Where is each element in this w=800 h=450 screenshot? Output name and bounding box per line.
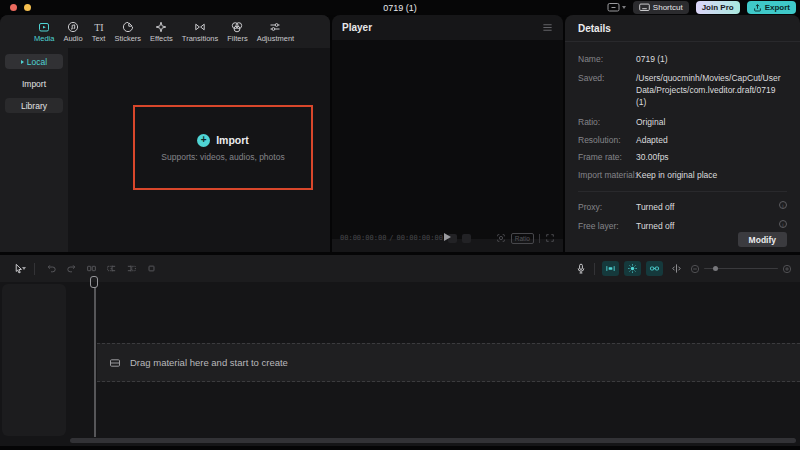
details-row-proxy: Proxy: Turned off i xyxy=(578,201,787,213)
timecode: 00:00:00:00 / 00:00:00:00 xyxy=(340,234,443,242)
upload-icon xyxy=(753,3,762,13)
tab-adjustment[interactable]: Adjustment xyxy=(257,21,295,43)
zoom-out-icon[interactable] xyxy=(690,264,700,274)
tab-stickers[interactable]: Stickers xyxy=(114,21,141,43)
player-menu-icon[interactable] xyxy=(542,22,553,33)
linking-button[interactable] xyxy=(646,261,663,276)
tab-transitions[interactable]: Transitions xyxy=(182,21,218,43)
details-row-free-layer: Free layer: Turned off i xyxy=(578,220,787,232)
expand-triangle-icon xyxy=(21,60,24,64)
details-row-import-material: Import material: Keep in original place xyxy=(578,169,787,181)
track-header-gutter xyxy=(2,284,66,436)
modify-button[interactable]: Modify xyxy=(738,232,787,247)
player-controls: 00:00:00:00 / 00:00:00:00 Ratio xyxy=(332,224,563,252)
join-pro-button[interactable]: Join Pro xyxy=(696,1,740,14)
record-voiceover-button[interactable] xyxy=(575,263,587,275)
play-icon[interactable] xyxy=(444,233,451,241)
horizontal-scrollbar[interactable] xyxy=(70,438,796,443)
tab-effects[interactable]: Effects xyxy=(150,21,173,43)
delete-icon xyxy=(146,263,157,274)
divider xyxy=(34,263,35,275)
redo-icon xyxy=(66,263,77,274)
details-row-framerate: Frame rate: 30.00fps xyxy=(578,151,787,163)
sidebar-item-library[interactable]: Library xyxy=(5,98,63,113)
export-button[interactable]: Export xyxy=(747,1,796,14)
timeline-toolbar xyxy=(0,255,800,282)
chevron-down-icon xyxy=(622,6,626,9)
display-mode-dropdown[interactable] xyxy=(607,2,626,13)
monitor-icon xyxy=(607,2,620,13)
text-icon: TI xyxy=(93,21,105,33)
import-supports-text: Supports: videos, audios, photos xyxy=(161,152,284,162)
next-frame-button[interactable] xyxy=(462,234,471,243)
delete-left-icon xyxy=(106,263,117,274)
zoom-in-icon[interactable] xyxy=(782,264,792,274)
delete-right-icon xyxy=(126,263,137,274)
film-frame-icon xyxy=(109,357,121,369)
details-panel: Details Name: 0719 (1) Saved: /Users/quo… xyxy=(565,15,800,252)
effects-icon xyxy=(155,21,167,33)
magnetic-track-icon xyxy=(605,263,616,274)
delete-button[interactable] xyxy=(141,263,161,274)
undo-button[interactable] xyxy=(41,263,61,274)
import-dropzone-highlighted[interactable]: + Import Supports: videos, audios, photo… xyxy=(133,105,313,190)
timeline-zoom-control xyxy=(690,264,792,274)
playhead-handle[interactable] xyxy=(90,276,98,288)
undo-icon xyxy=(46,263,57,274)
details-row-saved: Saved: /Users/quocminh/Movies/CapCut/Use… xyxy=(578,72,787,108)
playhead-line xyxy=(94,287,96,437)
link-icon xyxy=(649,263,660,274)
zoom-slider-handle[interactable] xyxy=(713,266,718,271)
split-button[interactable] xyxy=(81,263,101,274)
fullscreen-icon[interactable] xyxy=(545,233,555,243)
preview-axis-icon xyxy=(671,263,682,274)
split-icon xyxy=(86,263,97,274)
import-button[interactable]: + Import xyxy=(197,134,249,147)
shortcut-button[interactable]: Shortcut xyxy=(633,1,689,14)
timeline-area[interactable]: Drag material here and start to create xyxy=(0,282,800,446)
drop-hint-text: Drag material here and start to create xyxy=(130,357,288,368)
delete-left-button[interactable] xyxy=(101,263,121,274)
details-row-resolution: Resolution: Adapted xyxy=(578,134,787,146)
media-content: + Import Supports: videos, audios, photo… xyxy=(68,48,330,252)
zoom-slider[interactable] xyxy=(704,268,778,270)
tab-text[interactable]: TI Text xyxy=(92,21,106,43)
redo-button[interactable] xyxy=(61,263,81,274)
plus-icon: + xyxy=(197,134,210,147)
tab-filters[interactable]: Filters xyxy=(227,21,247,43)
info-icon[interactable]: i xyxy=(779,220,787,228)
snapping-icon xyxy=(627,263,638,274)
divider xyxy=(578,191,787,192)
fit-focus-icon[interactable] xyxy=(496,233,506,243)
stickers-icon xyxy=(122,21,134,33)
preview-axis-button[interactable] xyxy=(668,261,685,276)
capcut-window: 0719 (1) Shortcut Join Pro Export M xyxy=(0,0,800,450)
media-sidebar: Local Import Library xyxy=(0,48,68,252)
details-row-ratio: Ratio: Original xyxy=(578,116,787,128)
auto-snapping-button[interactable] xyxy=(624,261,641,276)
timeline-dropzone[interactable]: Drag material here and start to create xyxy=(97,343,800,382)
player-panel: Player 00:00:00:00 / 00:00:00:00 Ratio xyxy=(332,15,563,252)
info-icon[interactable]: i xyxy=(779,201,787,209)
details-row-name: Name: 0719 (1) xyxy=(578,53,787,65)
audio-icon xyxy=(67,21,79,33)
ratio-button[interactable]: Ratio xyxy=(511,233,534,244)
divider xyxy=(594,263,595,275)
tabs-bar: Media Audio TI Text Stickers Effects Tra… xyxy=(0,15,330,48)
media-icon xyxy=(38,21,50,33)
sidebar-item-import[interactable]: Import xyxy=(5,76,63,91)
keyboard-icon xyxy=(639,3,650,12)
media-panel: Media Audio TI Text Stickers Effects Tra… xyxy=(0,15,330,252)
microphone-icon xyxy=(575,263,587,275)
tab-audio[interactable]: Audio xyxy=(63,21,82,43)
player-viewport xyxy=(332,40,563,239)
svg-text:TI: TI xyxy=(94,21,103,32)
main-track-magnetic-button[interactable] xyxy=(602,261,619,276)
divider xyxy=(539,234,540,243)
delete-right-button[interactable] xyxy=(121,263,141,274)
player-title: Player xyxy=(342,22,372,33)
sidebar-item-local[interactable]: Local xyxy=(5,54,63,69)
titlebar: 0719 (1) Shortcut Join Pro Export xyxy=(0,0,800,15)
chevron-down-icon[interactable] xyxy=(22,267,26,270)
tab-media[interactable]: Media xyxy=(34,21,54,43)
